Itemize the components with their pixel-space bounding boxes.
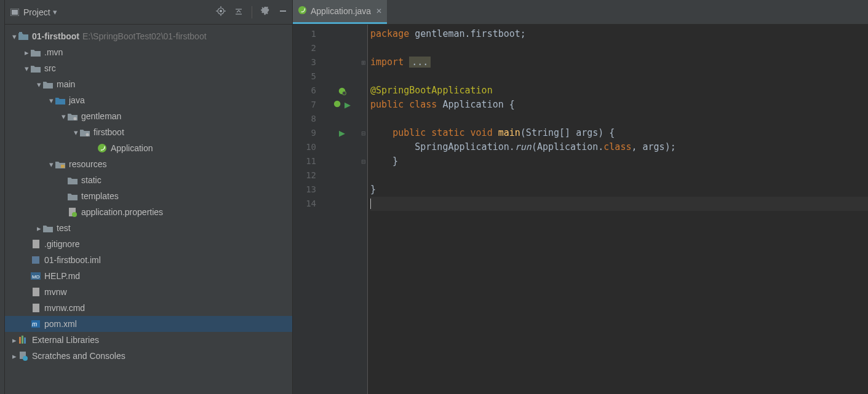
- tree-root[interactable]: ▾ 01-firstboot E:\SpringBootTest02\01-fi…: [5, 28, 292, 44]
- fold-collapse-icon[interactable]: ⊟: [359, 126, 367, 140]
- chevron-down-icon[interactable]: ▾: [47, 160, 55, 169]
- resources-folder-icon: [55, 159, 65, 169]
- svg-rect-22: [33, 288, 39, 296]
- tree-item-src[interactable]: ▾ src: [5, 60, 292, 76]
- close-icon[interactable]: ✕: [376, 7, 382, 15]
- spring-props-icon: [68, 207, 78, 217]
- svg-rect-1: [12, 10, 18, 15]
- chevron-down-icon[interactable]: ▾: [34, 80, 43, 89]
- scratches-icon: [18, 351, 28, 361]
- svg-rect-26: [19, 337, 21, 344]
- chevron-down-icon[interactable]: ▾: [71, 128, 80, 137]
- tree-item-java[interactable]: ▾ java: [5, 92, 292, 108]
- divider: [252, 6, 252, 18]
- editor-area: Application.java ✕ 1 2 3 5 6 7 8 9 10 11…: [293, 0, 868, 394]
- svg-point-31: [298, 6, 306, 14]
- folder-icon: [68, 175, 78, 185]
- svg-rect-27: [22, 336, 23, 344]
- tree-item-scratches[interactable]: ▸ Scratches and Consoles: [5, 348, 292, 364]
- package-icon: [68, 111, 78, 121]
- tree-item-application-class[interactable]: Application: [5, 140, 292, 156]
- svg-point-33: [342, 91, 346, 95]
- tree-item-test[interactable]: ▸ test: [5, 220, 292, 236]
- chevron-down-icon[interactable]: ▾: [59, 112, 68, 121]
- svg-point-14: [98, 144, 106, 152]
- package-icon: [80, 127, 90, 137]
- libraries-icon: [18, 335, 28, 345]
- svg-rect-15: [61, 165, 65, 168]
- editor-body[interactable]: 1 2 3 5 6 7 8 9 10 11 12 13 14 ▶ ▶: [293, 25, 868, 394]
- svg-point-13: [86, 133, 89, 136]
- spring-bean-icon[interactable]: [325, 84, 359, 98]
- tree-item-external-libraries[interactable]: ▸ External Libraries: [5, 332, 292, 348]
- chevron-right-icon[interactable]: ▸: [34, 224, 43, 233]
- chevron-down-icon[interactable]: ▾: [53, 7, 57, 17]
- run-icon[interactable]: ▶: [344, 100, 351, 109]
- sidebar-header: Project ▾: [5, 0, 292, 25]
- chevron-down-icon[interactable]: ▾: [47, 96, 55, 105]
- collapse-all-icon[interactable]: [234, 7, 243, 17]
- spring-run-icon[interactable]: [333, 100, 342, 110]
- markdown-icon: MD: [31, 271, 41, 281]
- folder-icon: [43, 79, 53, 89]
- hide-icon[interactable]: [279, 7, 287, 17]
- tree-item-firstboot[interactable]: ▾ firstboot: [5, 124, 292, 140]
- folder-icon: [31, 63, 41, 73]
- project-sidebar: Project ▾ ▾ 01-firstboot E:\SpringBootTe…: [5, 0, 293, 394]
- project-label[interactable]: Project: [23, 7, 50, 17]
- tab-bar: Application.java ✕: [293, 0, 868, 25]
- maven-icon: m: [31, 319, 41, 329]
- icon-gutter: ▶ ▶: [325, 25, 359, 394]
- tree-item-mvnw-cmd[interactable]: mvnw.cmd: [5, 300, 292, 316]
- svg-point-30: [23, 356, 28, 361]
- fold-expand-icon[interactable]: ⊞: [359, 55, 367, 69]
- svg-rect-10: [280, 10, 286, 12]
- iml-icon: [31, 255, 41, 265]
- svg-rect-11: [19, 32, 22, 34]
- tree-item-mvnw[interactable]: mvnw: [5, 284, 292, 300]
- root-name: 01-firstboot: [32, 31, 79, 41]
- svg-rect-23: [33, 304, 39, 312]
- tree-item-iml[interactable]: 01-firstboot.iml: [5, 252, 292, 268]
- svg-text:MD: MD: [32, 274, 40, 280]
- tree-item-gentleman[interactable]: ▾ gentleman: [5, 108, 292, 124]
- run-icon[interactable]: ▶: [339, 128, 345, 138]
- tab-application-java[interactable]: Application.java ✕: [293, 0, 387, 24]
- folder-icon: [68, 191, 78, 201]
- tree-item-static[interactable]: static: [5, 172, 292, 188]
- spring-class-icon: [298, 6, 307, 17]
- line-number-gutter: 1 2 3 5 6 7 8 9 10 11 12 13 14: [293, 25, 325, 394]
- locate-icon[interactable]: [216, 6, 226, 18]
- chevron-down-icon[interactable]: ▾: [10, 32, 18, 41]
- file-icon: [31, 239, 41, 249]
- code-content[interactable]: package gentleman.firstboot; import ... …: [368, 25, 868, 394]
- chevron-right-icon[interactable]: ▸: [10, 352, 18, 361]
- svg-point-3: [220, 10, 222, 12]
- tree-item-app-properties[interactable]: application.properties: [5, 204, 292, 220]
- text-cursor: [370, 199, 371, 209]
- fold-end-icon[interactable]: ⊟: [359, 154, 367, 168]
- folder-icon: [43, 223, 53, 233]
- file-icon: [31, 287, 41, 297]
- svg-rect-28: [24, 337, 26, 344]
- tree-item-templates[interactable]: templates: [5, 188, 292, 204]
- tree-item-main[interactable]: ▾ main: [5, 76, 292, 92]
- root-path: E:\SpringBootTest02\01-firstboot: [82, 31, 207, 41]
- chevron-right-icon[interactable]: ▸: [22, 48, 31, 57]
- project-panel-icon: [10, 8, 20, 17]
- svg-rect-19: [32, 256, 39, 264]
- source-folder-icon: [55, 95, 65, 105]
- tree-item-help[interactable]: MD HELP.md: [5, 268, 292, 284]
- svg-rect-18: [33, 240, 39, 248]
- tree-item-pom[interactable]: m pom.xml: [5, 316, 292, 332]
- tree-item-mvn[interactable]: ▸ .mvn: [5, 44, 292, 60]
- file-icon: [31, 303, 41, 313]
- svg-text:m: m: [32, 321, 37, 328]
- folder-icon: [31, 47, 41, 57]
- chevron-down-icon[interactable]: ▾: [22, 64, 31, 73]
- tree-item-resources[interactable]: ▾ resources: [5, 156, 292, 172]
- chevron-right-icon[interactable]: ▸: [10, 336, 18, 345]
- module-folder-icon: [18, 31, 28, 41]
- tree-item-gitignore[interactable]: .gitignore: [5, 236, 292, 252]
- gear-icon[interactable]: [261, 7, 270, 18]
